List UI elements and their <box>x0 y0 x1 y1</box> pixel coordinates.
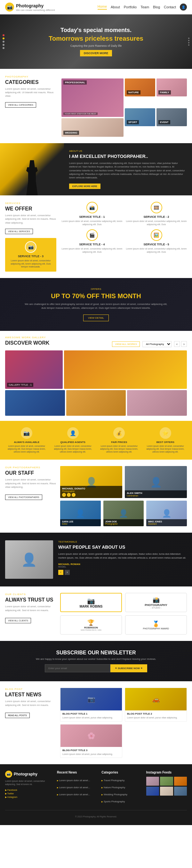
category-wedding[interactable]: WEDDING <box>61 118 124 137</box>
gallery-next-button[interactable]: › <box>181 341 187 347</box>
newsletter-title: SUBSCRIBE OUR NEWSLETTER <box>5 650 187 656</box>
footer-news-link-3[interactable]: Lorem ipsum dolor sit amet... <box>59 793 90 796</box>
category-family[interactable]: FAMILY <box>157 79 187 96</box>
gallery-img-5[interactable] <box>127 390 187 416</box>
view-clients-button[interactable]: VIEW ALL CLIENTS <box>5 618 31 623</box>
footer-cat-link-1[interactable]: Travel Photography <box>104 779 125 782</box>
staff-placeholder-3: 👤 <box>75 509 85 518</box>
gallery-img-4[interactable] <box>66 390 126 416</box>
testimonial-next-button[interactable]: › <box>65 570 70 575</box>
category-nature[interactable]: NATURE <box>125 79 155 96</box>
news-left: BLOG POST LATEST NEWS Lorem ipsum dolor … <box>5 688 56 757</box>
service-5-icon: 🖼️ <box>151 229 162 241</box>
staff-placeholder-2: 👤 <box>150 476 162 488</box>
hero-cta-button[interactable]: DISCOVER MORE <box>80 50 112 56</box>
category-sport[interactable]: SPORT <box>125 108 155 126</box>
features-section: 📷 ALWAYS AVAILABLE Lorem ipsum dolor sit… <box>0 421 192 460</box>
side-dot-5 <box>3 47 4 49</box>
view-services-button[interactable]: VIEW ALL SERVICES <box>5 229 33 234</box>
footer-instagram: Instagram Feeds <box>146 771 187 805</box>
categories-left-col: PROFESSIONAL YOUR FIRST STEP FOR THE BES… <box>61 79 124 137</box>
newsletter-email-input[interactable] <box>45 664 110 672</box>
logo[interactable]: 📷 Photography We can create something di… <box>5 3 55 11</box>
staff-socials-1: f t i <box>62 493 120 497</box>
hero-content: Today's special moments. Tomorrows price… <box>49 27 143 56</box>
logo-icon: 📷 <box>5 3 14 11</box>
testimonial-prev-button[interactable]: ‹ <box>58 570 63 575</box>
footer-instagram-img-4[interactable] <box>146 787 159 796</box>
footer: 📷 Photography Lorem ipsum dolor sit amet… <box>0 764 192 825</box>
gallery-prev-button[interactable]: ‹ <box>174 341 180 347</box>
staff-social-ig[interactable]: i <box>72 493 75 497</box>
footer-news-link-1[interactable]: Lorem ipsum dolor sit amet... <box>59 779 90 782</box>
nav-contact[interactable]: Contact <box>164 5 176 9</box>
offer-detail-button[interactable]: VIEW DETAIL <box>83 314 109 321</box>
gallery-img-2[interactable] <box>64 350 187 389</box>
categories-label: PHOTOGRAPHY <box>5 75 56 78</box>
about-label: ABOUT US <box>69 150 187 152</box>
right-dot-4 <box>188 44 189 46</box>
award-name: PHOTOGRAPHY AWARD <box>143 627 169 630</box>
always-available-icon: 📷 <box>21 427 32 439</box>
footer-social-item-1[interactable]: ▶ Facebook <box>5 789 53 792</box>
staff-social-fb[interactable]: f <box>62 493 66 497</box>
read-all-posts-button[interactable]: READ ALL POSTS <box>5 713 30 718</box>
navbar: 📷 Photography We can create something di… <box>0 0 192 14</box>
footer-cat-link-3[interactable]: Wedding Photography <box>104 793 127 796</box>
news-desc-1: Lorem ipsum dolor sit amet, purus vitae … <box>62 716 120 719</box>
view-categories-button[interactable]: VIEW ALL CATEGORIES <box>5 102 36 107</box>
clients-label: OUR CLIENTS <box>5 593 56 596</box>
footer-cat-2[interactable]: Nature Photography <box>101 784 142 789</box>
hero-right-indicators <box>188 38 189 46</box>
footer-instagram-img-5[interactable] <box>160 787 173 796</box>
testimonial-person-image: 👤 <box>5 540 53 579</box>
gallery-img-1[interactable]: GALLERY TITLE - 1 <box>5 350 63 389</box>
view-all-works-button[interactable]: VIEW ALL WORKS <box>112 341 140 347</box>
services-left: SERVICES WE OFFER Lorem ipsum dolor sit … <box>5 202 56 272</box>
footer-cat-3[interactable]: Wedding Photography <box>101 791 142 797</box>
footer-news-item-1[interactable]: Lorem ipsum dolor sit amet... <box>57 777 98 782</box>
testimonial-right: TESTIMONIALS WHAT PEOPLE SAY ABOUT US Lo… <box>58 540 187 579</box>
nav-team[interactable]: Team <box>140 5 149 9</box>
news-img-2: 🚗 <box>125 688 187 710</box>
footer-instagram-img-2[interactable] <box>160 777 173 786</box>
nav-portfolio[interactable]: Portfolio <box>124 5 137 9</box>
footer-cat-link-2[interactable]: Nature Photography <box>104 786 125 789</box>
user-avatar[interactable]: 👤 <box>180 3 187 10</box>
footer-cat-1[interactable]: Travel Photography <box>101 777 142 782</box>
footer-news-item-2[interactable]: Lorem ipsum dolor sit amet... <box>57 784 98 789</box>
footer-social-item-2[interactable]: ▶ Twitter <box>5 793 53 795</box>
service-3-icon: 📷 <box>25 241 36 253</box>
footer-instagram-img-1[interactable] <box>146 777 159 786</box>
category-professional[interactable]: PROFESSIONAL YOUR FIRST STEP FOR THE BES… <box>61 79 124 117</box>
offer-desc: We are challenged to offer best photogra… <box>24 302 168 310</box>
newsletter-subscribe-button[interactable]: ✦ SUBSCRIBE NOW ✦ <box>110 664 147 672</box>
footer-news-item-3[interactable]: Lorem ipsum dolor sit amet... <box>57 791 98 797</box>
feature-offers-title: BEST OFFERS <box>144 441 187 444</box>
news-grid: BLOG POST LATEST NEWS Lorem ipsum dolor … <box>5 688 187 757</box>
service-card-3-highlighted: 📷 SERVICE TITLE - 3 Lorem ipsum dolor si… <box>5 238 56 272</box>
explore-more-button[interactable]: EXPLORE MORE HERE <box>69 184 100 189</box>
footer-cat-link-4[interactable]: Sports Photography <box>104 800 125 803</box>
gallery-filter-select[interactable]: All Photography <box>142 341 171 347</box>
footer-categories: Categories Travel Photography Nature Pho… <box>101 771 142 805</box>
footer-cat-4[interactable]: Sports Photography <box>101 798 142 804</box>
footer-instagram-img-3[interactable] <box>174 777 187 786</box>
view-photographers-button[interactable]: VIEW ALL PHOTOGRAPHERS <box>5 495 42 500</box>
nav-home[interactable]: Home <box>98 4 107 10</box>
staff-social-tw[interactable]: t <box>67 493 71 497</box>
about-section: ABOUT US I AM EXCELLENT PHOTOGRPAHER.. L… <box>0 143 192 195</box>
staff-info-3: SARA LEE Editor <box>60 519 101 526</box>
gallery-title: DISCOVER WORK <box>5 340 50 346</box>
testimonial-author: MICHAEL ROMAN <box>58 563 187 566</box>
footer-instagram-img-6[interactable] <box>174 787 187 796</box>
footer-social-item-3[interactable]: ▶ Instagram <box>5 796 53 799</box>
category-event[interactable]: EVENT <box>157 108 187 126</box>
services-layout: SERVICES WE OFFER Lorem ipsum dolor sit … <box>5 202 187 272</box>
fair-prices-icon: 💰 <box>113 427 125 439</box>
nav-about[interactable]: About <box>111 5 120 9</box>
nav-blog[interactable]: Blog <box>153 5 160 9</box>
footer-news-link-2[interactable]: Lorem ipsum dolor sit amet... <box>59 786 90 789</box>
clients-layout: OUR CLIENTS ALWAYS TRUST US Lorem ipsum … <box>5 593 187 634</box>
gallery-img-3[interactable] <box>5 390 65 416</box>
